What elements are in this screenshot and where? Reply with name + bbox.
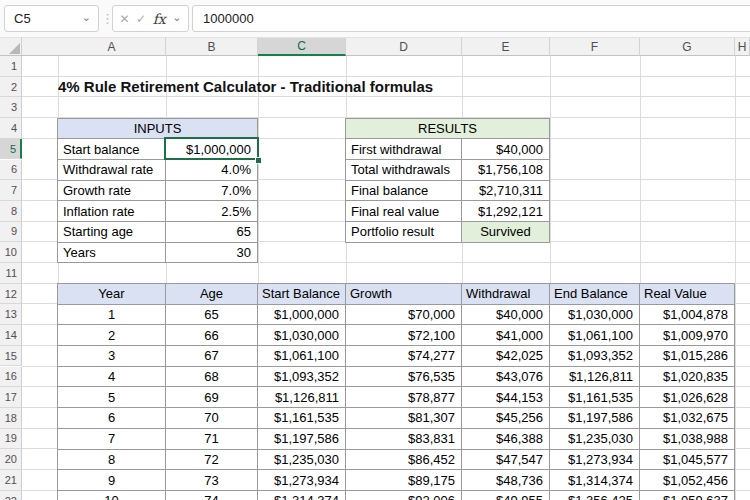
schedule-column-header[interactable]: Age — [166, 284, 258, 305]
results-label[interactable]: First withdrawal — [346, 139, 462, 160]
schedule-cell[interactable]: $1,004,878 — [640, 305, 735, 326]
schedule-cell[interactable]: $1,161,535 — [258, 408, 346, 429]
inputs-value[interactable]: 7.0% — [166, 181, 258, 202]
schedule-cell[interactable]: $1,356,425 — [550, 491, 640, 500]
cancel-icon[interactable]: ✕ — [120, 12, 130, 26]
inputs-value[interactable]: 2.5% — [166, 201, 258, 222]
schedule-cell[interactable]: $41,000 — [462, 325, 550, 346]
schedule-column-header[interactable]: Year — [58, 284, 166, 305]
schedule-column-header[interactable]: Real Value — [640, 284, 735, 305]
column-header-H[interactable]: H — [735, 38, 750, 56]
schedule-column-header[interactable]: End Balance — [550, 284, 640, 305]
schedule-cell[interactable]: $1,314,374 — [258, 491, 346, 500]
row-header-2[interactable]: 2 — [0, 77, 22, 98]
schedule-cell[interactable]: $1,045,577 — [640, 450, 735, 471]
schedule-cell[interactable]: $1,235,030 — [550, 429, 640, 450]
results-header[interactable]: RESULTS — [346, 119, 550, 140]
schedule-cell[interactable]: $1,161,535 — [550, 387, 640, 408]
results-label[interactable]: Final balance — [346, 181, 462, 202]
name-box[interactable]: C5 ⌄ — [4, 5, 99, 32]
results-value[interactable]: Survived — [462, 222, 550, 243]
schedule-cell[interactable]: $1,273,934 — [550, 450, 640, 471]
row-header-1[interactable]: 1 — [0, 56, 22, 77]
schedule-cell[interactable]: $1,000,000 — [258, 305, 346, 326]
schedule-cell[interactable]: $1,038,988 — [640, 429, 735, 450]
schedule-cell[interactable]: $83,831 — [346, 429, 462, 450]
inputs-label[interactable]: Growth rate — [58, 181, 166, 202]
schedule-cell[interactable]: $1,030,000 — [258, 325, 346, 346]
schedule-cell[interactable]: 68 — [166, 367, 258, 388]
results-value[interactable]: $2,710,311 — [462, 181, 550, 202]
schedule-cell[interactable]: $92,006 — [346, 491, 462, 500]
results-label[interactable]: Final real value — [346, 201, 462, 222]
results-label[interactable]: Portfolio result — [346, 222, 462, 243]
schedule-cell[interactable]: $44,153 — [462, 387, 550, 408]
row-header-5[interactable]: 5 — [0, 139, 22, 160]
schedule-cell[interactable]: 1 — [58, 305, 166, 326]
inputs-value[interactable]: 65 — [166, 222, 258, 243]
schedule-cell[interactable]: $1,093,352 — [258, 367, 346, 388]
results-label[interactable]: Total withdrawals — [346, 160, 462, 181]
schedule-cell[interactable]: $72,100 — [346, 325, 462, 346]
schedule-cell[interactable]: 72 — [166, 450, 258, 471]
schedule-column-header[interactable]: Withdrawal — [462, 284, 550, 305]
schedule-cell[interactable]: 66 — [166, 325, 258, 346]
schedule-cell[interactable]: 3 — [58, 346, 166, 367]
row-header-16[interactable]: 16 — [0, 367, 22, 388]
row-header-3[interactable]: 3 — [0, 97, 22, 118]
row-header-18[interactable]: 18 — [0, 408, 22, 429]
row-header-15[interactable]: 15 — [0, 346, 22, 367]
row-header-8[interactable]: 8 — [0, 201, 22, 222]
row-header-13[interactable]: 13 — [0, 304, 22, 325]
schedule-cell[interactable]: 4 — [58, 367, 166, 388]
column-header-A[interactable]: A — [58, 38, 166, 56]
results-value[interactable]: $1,756,108 — [462, 160, 550, 181]
schedule-cell[interactable]: $74,277 — [346, 346, 462, 367]
schedule-cell[interactable]: 65 — [166, 305, 258, 326]
schedule-cell[interactable]: $81,307 — [346, 408, 462, 429]
schedule-cell[interactable]: $1,061,100 — [550, 325, 640, 346]
selected-cell-outline[interactable] — [164, 137, 259, 160]
schedule-cell[interactable]: 7 — [58, 429, 166, 450]
schedule-cell[interactable]: $86,452 — [346, 450, 462, 471]
sheet-title[interactable]: 4% Rule Retirement Calculator - Traditio… — [58, 77, 433, 98]
schedule-cell[interactable]: $1,235,030 — [258, 450, 346, 471]
schedule-cell[interactable]: $1,030,000 — [550, 305, 640, 326]
column-header-D[interactable]: D — [346, 38, 462, 56]
schedule-cell[interactable]: $1,314,374 — [550, 470, 640, 491]
schedule-cell[interactable]: $1,126,811 — [258, 387, 346, 408]
schedule-cell[interactable]: $47,547 — [462, 450, 550, 471]
enter-icon[interactable]: ✓ — [136, 12, 146, 26]
schedule-cell[interactable]: $1,026,628 — [640, 387, 735, 408]
schedule-cell[interactable]: $1,273,934 — [258, 470, 346, 491]
schedule-cell[interactable]: $1,015,286 — [640, 346, 735, 367]
schedule-cell[interactable]: 2 — [58, 325, 166, 346]
schedule-cell[interactable]: $76,535 — [346, 367, 462, 388]
schedule-cell[interactable]: 71 — [166, 429, 258, 450]
inputs-label[interactable]: Inflation rate — [58, 201, 166, 222]
row-header-4[interactable]: 4 — [0, 118, 22, 139]
schedule-cell[interactable]: $1,061,100 — [258, 346, 346, 367]
inputs-label[interactable]: Starting age — [58, 222, 166, 243]
formula-bar-chevron-icon[interactable]: ⌄ — [172, 12, 181, 25]
row-header-12[interactable]: 12 — [0, 284, 22, 305]
inputs-label[interactable]: Withdrawal rate — [58, 160, 166, 181]
schedule-cell[interactable]: $43,076 — [462, 367, 550, 388]
name-box-chevron-icon[interactable]: ⌄ — [82, 12, 98, 25]
schedule-cell[interactable]: $1,197,586 — [550, 408, 640, 429]
schedule-cell[interactable]: 73 — [166, 470, 258, 491]
schedule-cell[interactable]: $45,256 — [462, 408, 550, 429]
formula-input[interactable]: 1000000 — [192, 5, 750, 32]
schedule-cell[interactable]: $1,093,352 — [550, 346, 640, 367]
schedule-cell[interactable]: 74 — [166, 491, 258, 500]
column-header-E[interactable]: E — [462, 38, 550, 56]
schedule-cell[interactable]: $1,197,586 — [258, 429, 346, 450]
results-value[interactable]: $1,292,121 — [462, 201, 550, 222]
row-header-11[interactable]: 11 — [0, 263, 22, 284]
column-header-C[interactable]: C — [258, 38, 346, 56]
fill-handle[interactable] — [255, 157, 262, 164]
schedule-cell[interactable]: $89,175 — [346, 470, 462, 491]
select-all-corner[interactable] — [0, 38, 22, 56]
row-header-6[interactable]: 6 — [0, 160, 22, 181]
results-value[interactable]: $40,000 — [462, 139, 550, 160]
